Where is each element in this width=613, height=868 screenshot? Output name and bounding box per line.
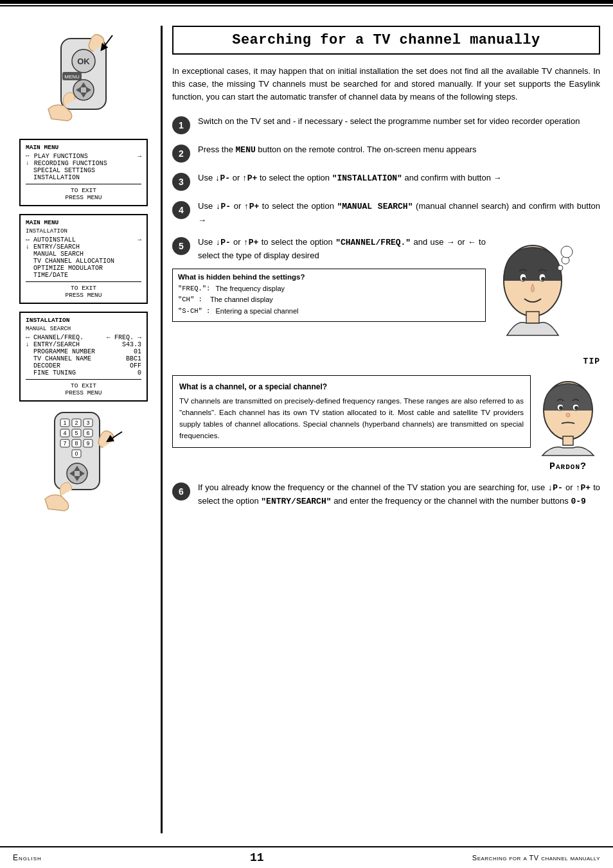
- menu3-divider: [26, 379, 141, 380]
- footer-left: English: [13, 853, 42, 862]
- menu1-items: ↔ PLAY FUNCTIONS → ↓ RECORDING FUNCTIONS…: [26, 153, 141, 181]
- step4-p-plus: ↑P+: [244, 202, 259, 211]
- pardon-title: What is a channel, or a special channel?: [179, 381, 524, 393]
- menu2-footer1: TO EXIT: [26, 285, 141, 292]
- step3-p-plus: ↑P+: [242, 173, 257, 183]
- step5-option: "CHANNEL/FREQ.": [335, 238, 411, 247]
- menu3-item-2: ↓ ENTRY/SEARCH S43.3: [26, 341, 141, 348]
- menu1-item-4: INSTALLATION: [26, 174, 141, 181]
- tip-key-3: "S-CH" :: [178, 306, 210, 316]
- svg-point-52: [566, 413, 570, 417]
- tip-figure-area: TIP: [491, 236, 600, 366]
- step-4: 4 Use ↓P- or ↑P+ to select the option "M…: [172, 200, 600, 226]
- step5-arrow-right: →: [447, 236, 455, 249]
- step6-p-minus: ↓P-: [547, 483, 562, 493]
- menu1-arrow-1: ↔: [26, 153, 33, 159]
- tip-row-2: "CH" : The channel display: [178, 295, 480, 305]
- step-6-num: 6: [172, 483, 190, 500]
- menu2-items: ↔ AUTOINSTALL → ↓ ENTRY/SEARCH MANUAL SE…: [26, 236, 141, 279]
- menu3-footer1: TO EXIT: [26, 382, 141, 389]
- step-2-text: Press the MENU button on the remote cont…: [198, 143, 477, 157]
- step-1: 1 Switch on the TV set and - if necessar…: [172, 115, 600, 134]
- svg-text:4: 4: [63, 430, 66, 436]
- page-content: OK MENU: [0, 6, 613, 846]
- step-2-num: 2: [172, 145, 190, 163]
- step-4-num: 4: [172, 201, 190, 219]
- svg-rect-53: [563, 436, 573, 445]
- menu2-item-2: ↓ ENTRY/SEARCH: [26, 244, 141, 251]
- tip-value-1: The frequency display: [215, 284, 285, 294]
- step6-numbuttons: 0-9: [571, 497, 585, 506]
- pardon-figure-svg: [536, 375, 600, 459]
- svg-point-49: [559, 406, 563, 410]
- svg-text:8: 8: [75, 440, 78, 447]
- svg-text:1: 1: [63, 420, 66, 426]
- step-3-text: Use ↓P- or ↑P+ to select the option "INS…: [198, 172, 502, 185]
- step3-p-minus: ↓P-: [215, 173, 230, 183]
- menu3-item-4: TV CHANNEL NAME BBC1: [26, 355, 141, 362]
- svg-point-40: [522, 277, 526, 281]
- step4-option: "MANUAL SEARCH": [337, 202, 413, 211]
- step3-arrow: →: [493, 172, 502, 184]
- step3-option: "INSTALLATION": [332, 173, 402, 183]
- step-2: 2 Press the MENU button on the remote co…: [172, 143, 600, 163]
- step5-p-plus: ↑P+: [244, 238, 258, 247]
- step5-arrow-left: ←: [468, 236, 476, 249]
- menu3-title: INSTALLATION: [26, 317, 141, 324]
- menu-keyword: MENU: [236, 145, 256, 155]
- pardon-text: TV channels are transmitted on precisely…: [179, 396, 524, 441]
- menu3-footer: TO EXIT PRESS MENU: [26, 382, 141, 396]
- svg-text:5: 5: [75, 430, 78, 436]
- step-3-num: 3: [172, 173, 190, 191]
- page-title: Searching for a TV channel manually: [172, 26, 600, 55]
- svg-point-45: [561, 246, 573, 258]
- menu2-item-6: TIME/DATE: [26, 272, 141, 279]
- menu1-item-1: ↔ PLAY FUNCTIONS →: [26, 153, 141, 160]
- svg-point-43: [558, 265, 563, 270]
- pardon-figure: Pardon?: [536, 375, 600, 472]
- tip-row-1: "FREQ.": The frequency display: [178, 284, 480, 294]
- tip-title: What is hidden behind the settings?: [178, 273, 480, 281]
- menu-box-3: INSTALLATION MANUAL SEARCH ↔ CHANNEL/FRE…: [19, 312, 148, 402]
- step-5-row: 5 Use ↓P- or ↑P+ to select the option "C…: [172, 236, 600, 366]
- menu2-item-4: TV CHANNEL ALLOCATION: [26, 258, 141, 265]
- tip-key-1: "FREQ.":: [178, 284, 210, 294]
- numpad-illustration: 1 2 3 4 5 6 7 8: [32, 409, 135, 512]
- menu2-item-5: OPTIMIZE MODULATOR: [26, 265, 141, 272]
- step6-option: "ENTRY/SEARCH": [261, 497, 331, 506]
- step5-p-minus: ↓P-: [215, 238, 230, 247]
- menu2-item-3: MANUAL SEARCH: [26, 251, 141, 258]
- step-6: 6 If you already know the frequency or t…: [172, 481, 600, 508]
- step-3: 3 Use ↓P- or ↑P+ to select the option "I…: [172, 172, 600, 191]
- svg-text:9: 9: [86, 440, 89, 447]
- pardon-label: Pardon?: [549, 461, 587, 472]
- menu1-text-4: INSTALLATION: [26, 174, 80, 181]
- tip-key-2: "CH" :: [178, 295, 205, 305]
- menu1-title: MAIN MENU: [26, 144, 141, 151]
- step-6-text: If you already know the frequency or the…: [198, 481, 600, 508]
- tip-figure-svg: [491, 236, 574, 351]
- menu2-footer2: PRESS MENU: [26, 292, 141, 299]
- step6-p-plus: ↑P+: [576, 483, 591, 493]
- step4-arrow: →: [198, 214, 206, 227]
- menu2-title: MAIN MENU: [26, 219, 141, 226]
- menu3-item-3: PROGRAMME NUMBER 01: [26, 348, 141, 355]
- menu2-footer: TO EXIT PRESS MENU: [26, 285, 141, 299]
- menu2-item-1: ↔ AUTOINSTALL →: [26, 236, 141, 244]
- svg-text:MENU: MENU: [64, 74, 80, 80]
- tip-row-3: "S-CH" : Entering a special channel: [178, 306, 480, 316]
- menu3-footer2: PRESS MENU: [26, 389, 141, 396]
- step-1-num: 1: [172, 116, 190, 134]
- menu-box-2: MAIN MENU INSTALLATION ↔ AUTOINSTALL → ↓…: [19, 214, 148, 304]
- menu3-item-5: DECODER OFF: [26, 362, 141, 369]
- svg-text:0: 0: [75, 450, 78, 457]
- footer-center: 11: [250, 851, 264, 864]
- svg-text:2: 2: [75, 420, 78, 426]
- remote-illustration: OK MENU: [29, 26, 138, 128]
- svg-text:3: 3: [86, 420, 89, 426]
- svg-text:OK: OK: [77, 57, 90, 66]
- tip-label-text: TIP: [583, 357, 600, 366]
- menu-box-1: MAIN MENU ↔ PLAY FUNCTIONS → ↓ RECORDING…: [19, 139, 148, 206]
- svg-point-42: [541, 277, 545, 281]
- svg-rect-46: [526, 312, 539, 323]
